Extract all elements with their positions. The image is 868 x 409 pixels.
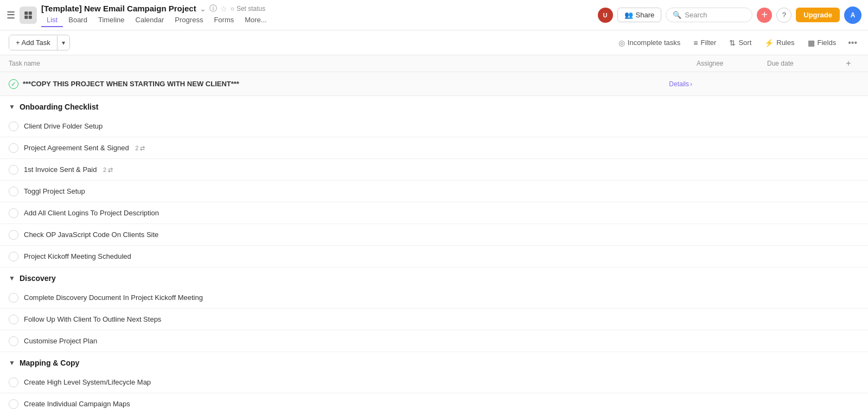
tab-progress[interactable]: Progress xyxy=(169,14,208,27)
due-date-column-header: Due date xyxy=(767,60,838,67)
task-row: Customise Project Plan xyxy=(0,330,868,352)
task-row: 1st Invoice Sent & Paid 2 ⇄ xyxy=(0,159,868,181)
share-icon: 👥 xyxy=(624,11,633,19)
task-check[interactable] xyxy=(9,208,18,218)
tab-forms[interactable]: Forms xyxy=(208,14,239,27)
task-check[interactable] xyxy=(9,399,18,409)
svg-rect-3 xyxy=(29,15,32,18)
section-chevron-onboarding: ▼ xyxy=(9,103,15,111)
incomplete-tasks-icon: ◎ xyxy=(618,39,625,47)
task-row: Complete Discovery Document In Project K… xyxy=(0,287,868,309)
tab-calendar[interactable]: Calendar xyxy=(130,14,170,27)
task-check[interactable] xyxy=(9,252,18,261)
task-name: Client Drive Folder Setup xyxy=(24,122,697,130)
add-column-icon[interactable]: + xyxy=(846,59,851,68)
section-chevron-discovery: ▼ xyxy=(9,274,15,282)
details-link[interactable]: Details › xyxy=(669,80,692,88)
help-button[interactable]: ? xyxy=(776,8,792,23)
task-row: Add All Client Logins To Project Descrip… xyxy=(0,202,868,224)
section-header-mapping[interactable]: ▼ Mapping & Copy xyxy=(0,352,868,372)
task-row: Toggl Project Setup xyxy=(0,181,868,202)
user-avatar[interactable]: A xyxy=(844,7,861,24)
toolbar: + Add Task ▾ ◎ Incomplete tasks ≡ Filter… xyxy=(0,30,868,55)
task-row: Client Drive Folder Setup xyxy=(0,116,868,137)
task-name: Project Kickoff Meeting Scheduled xyxy=(24,252,697,260)
task-name: Complete Discovery Document In Project K… xyxy=(24,293,697,302)
user-avatar-small: U xyxy=(598,8,613,23)
star-icon[interactable]: ☆ xyxy=(220,4,227,13)
sort-button[interactable]: ⇅ Sort xyxy=(726,36,755,49)
task-name: Toggl Project Setup xyxy=(24,187,697,195)
svg-rect-0 xyxy=(24,11,28,15)
tab-more[interactable]: More... xyxy=(239,14,272,27)
content-area: ✓ ***COPY THIS PROJECT WHEN STARTING WIT… xyxy=(0,72,868,409)
rules-button[interactable]: ⚡ Rules xyxy=(761,36,797,49)
dropdown-icon[interactable]: ⌄ xyxy=(200,4,206,13)
add-task-button[interactable]: + Add Task ▾ xyxy=(9,35,70,50)
incomplete-tasks-button[interactable]: ◎ Incomplete tasks xyxy=(615,36,684,49)
sort-icon: ⇅ xyxy=(729,39,736,47)
tab-timeline[interactable]: Timeline xyxy=(93,14,130,27)
table-header: Task name Assignee Due date + xyxy=(0,55,868,72)
task-name: Follow Up With Client To Outline Next St… xyxy=(24,315,697,323)
task-name: Customise Project Plan xyxy=(24,337,697,345)
nav-tabs: List Board Timeline Calendar Progress Fo… xyxy=(41,14,593,27)
task-check[interactable] xyxy=(9,165,18,175)
task-check[interactable] xyxy=(9,143,18,153)
task-row: Create Individual Campaign Maps xyxy=(0,393,868,409)
task-check[interactable] xyxy=(9,187,18,196)
tab-list[interactable]: List xyxy=(41,14,63,27)
topbar: ☰ [Template] New Email Campaign Project … xyxy=(0,0,868,30)
add-task-caret[interactable]: ▾ xyxy=(57,36,69,50)
svg-rect-1 xyxy=(29,11,32,15)
section-title-mapping: Mapping & Copy xyxy=(20,359,79,367)
menu-icon[interactable]: ☰ xyxy=(7,9,15,21)
section-header-discovery[interactable]: ▼ Discovery xyxy=(0,267,868,287)
task-row: Follow Up With Client To Outline Next St… xyxy=(0,309,868,330)
search-bar[interactable]: 🔍 Search xyxy=(666,8,752,22)
task-check[interactable] xyxy=(9,378,18,387)
task-name: Project Agreement Sent & Signed 2 ⇄ xyxy=(24,144,697,152)
pinned-row-check[interactable]: ✓ xyxy=(9,79,18,89)
task-check[interactable] xyxy=(9,230,18,240)
more-options-button[interactable]: ••• xyxy=(846,36,859,50)
section-header-onboarding[interactable]: ▼ Onboarding Checklist xyxy=(0,96,868,116)
task-check[interactable] xyxy=(9,122,18,131)
project-title-area: [Template] New Email Campaign Project ⌄ … xyxy=(41,4,593,27)
task-check[interactable] xyxy=(9,293,18,303)
add-button[interactable]: + xyxy=(757,8,772,23)
fields-button[interactable]: ▦ Fields xyxy=(805,36,840,49)
upgrade-button[interactable]: Upgrade xyxy=(796,8,840,22)
task-name: 1st Invoice Sent & Paid 2 ⇄ xyxy=(24,165,697,174)
task-row: Project Kickoff Meeting Scheduled xyxy=(0,246,868,267)
task-row: Create High Level System/Lifecycle Map xyxy=(0,372,868,393)
fields-icon: ▦ xyxy=(808,39,815,47)
add-column-button[interactable]: + xyxy=(838,59,859,68)
task-name: Add All Client Logins To Project Descrip… xyxy=(24,209,697,217)
assignee-column-header: Assignee xyxy=(697,60,767,67)
task-check[interactable] xyxy=(9,315,18,324)
pinned-row-text: ***COPY THIS PROJECT WHEN STARTING WITH … xyxy=(23,80,669,88)
set-status-button[interactable]: ○ Set status xyxy=(231,5,266,12)
filter-button[interactable]: ≡ Filter xyxy=(690,36,719,49)
project-title: [Template] New Email Campaign Project xyxy=(41,4,196,13)
add-task-main[interactable]: + Add Task xyxy=(9,35,57,50)
task-name-column-header: Task name xyxy=(9,60,697,67)
task-name: Create Individual Campaign Maps xyxy=(24,400,697,408)
svg-rect-2 xyxy=(24,15,28,18)
tab-board[interactable]: Board xyxy=(63,14,93,27)
task-check[interactable] xyxy=(9,336,18,346)
task-name: Create High Level System/Lifecycle Map xyxy=(24,378,697,386)
task-subtask-count: 2 ⇄ xyxy=(103,167,113,174)
search-icon: 🔍 xyxy=(673,11,681,19)
section-chevron-mapping: ▼ xyxy=(9,359,15,367)
topbar-right: U 👥 Share 🔍 Search + ? Upgrade A xyxy=(598,7,861,24)
section-title-discovery: Discovery xyxy=(20,274,56,283)
task-subtask-count: 2 ⇄ xyxy=(135,145,145,152)
share-button[interactable]: 👥 Share xyxy=(617,8,662,22)
info-icon[interactable]: ⓘ xyxy=(209,4,217,14)
section-title-onboarding: Onboarding Checklist xyxy=(20,103,98,111)
pinned-row: ✓ ***COPY THIS PROJECT WHEN STARTING WIT… xyxy=(0,72,868,96)
toolbar-right: ◎ Incomplete tasks ≡ Filter ⇅ Sort ⚡ Rul… xyxy=(615,36,859,50)
project-icon xyxy=(20,7,37,24)
